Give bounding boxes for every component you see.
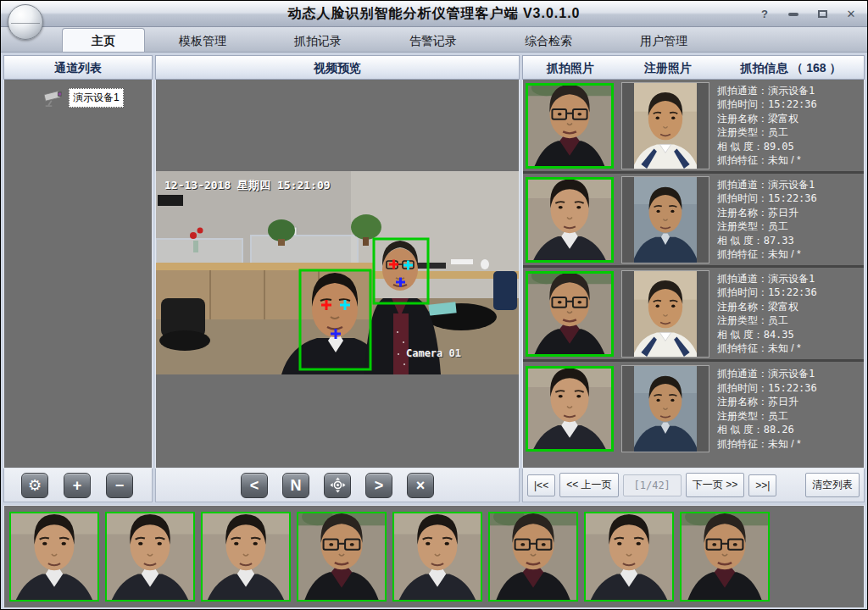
header-register-photo: 注册照片 xyxy=(618,56,718,79)
video-frame: 12-13-2018 星期四 15:21:09 Camera 01 xyxy=(156,171,519,374)
tab-capture-records[interactable]: 抓拍记录 xyxy=(260,30,376,52)
video-preview-area: 12-13-2018 星期四 15:21:09 Camera 01 xyxy=(155,80,520,469)
video-osd-datetime: 12-13-2018 星期四 15:21:09 xyxy=(164,178,331,193)
minimize-icon xyxy=(788,13,798,16)
channel-panel-header: 通道列表 xyxy=(3,55,153,80)
register-photo xyxy=(621,365,709,452)
next-channel-button[interactable]: > xyxy=(365,473,392,498)
plus-icon: + xyxy=(73,478,82,493)
face-thumbnail[interactable] xyxy=(392,512,482,602)
minimize-button[interactable] xyxy=(786,8,801,21)
capture-record-row[interactable]: 抓拍通道：演示设备1 抓拍时间：15:22:36 注册名称：梁富权 注册类型：员… xyxy=(523,268,864,362)
capture-info: 抓拍通道：演示设备1 抓拍时间：15:22:36 注册名称：苏日升 注册类型：员… xyxy=(717,367,817,451)
capture-record-row[interactable]: 抓拍通道：演示设备1 抓拍时间：15:22:36 注册名称：苏日升 注册类型：员… xyxy=(523,174,864,268)
clear-list-button[interactable]: 清空列表 xyxy=(805,473,860,497)
video-panel: 视频预览 xyxy=(155,55,520,502)
tab-template-management[interactable]: 模板管理 xyxy=(145,30,260,52)
face-thumbnail[interactable] xyxy=(584,512,674,602)
capture-photo xyxy=(526,177,614,263)
face-thumbnail[interactable] xyxy=(297,512,387,602)
capture-photo xyxy=(526,271,614,357)
capture-photo xyxy=(526,83,614,169)
channel-item-label: 演示设备1 xyxy=(69,88,124,108)
capture-record-row[interactable]: 抓拍通道：演示设备1 抓拍时间：15:22:36 注册名称：梁富权 注册类型：员… xyxy=(523,80,864,174)
previous-page-button[interactable]: << 上一页 xyxy=(559,473,618,497)
gear-icon: ⚙ xyxy=(28,478,42,493)
window-controls: ? ✕ xyxy=(757,1,859,27)
capture-panel: 抓拍照片 注册照片 抓拍信息 （ 168 ） 抓拍通道：演示设备1 抓拍时间：1… xyxy=(522,55,865,502)
last-page-button[interactable]: >>| xyxy=(748,474,776,496)
face-thumbnail[interactable] xyxy=(488,512,578,602)
n-label: N xyxy=(291,478,302,493)
close-video-button[interactable]: × xyxy=(407,473,434,498)
tab-comprehensive-search[interactable]: 综合检索 xyxy=(491,30,606,52)
remove-channel-button[interactable]: − xyxy=(106,473,133,498)
minus-icon: − xyxy=(115,478,125,493)
tab-user-management[interactable]: 用户管理 xyxy=(606,30,721,52)
capture-record-list: 抓拍通道：演示设备1 抓拍时间：15:22:36 注册名称：梁富权 注册类型：员… xyxy=(522,80,865,469)
app-logo-orb[interactable] xyxy=(8,4,43,40)
face-thumbnail[interactable] xyxy=(680,512,770,602)
chevron-left-icon: < xyxy=(250,478,259,493)
capture-info: 抓拍通道：演示设备1 抓拍时间：15:22:36 注册名称：梁富权 注册类型：员… xyxy=(717,272,817,356)
video-toolbar: < N > × xyxy=(155,469,520,502)
capture-info: 抓拍通道：演示设备1 抓拍时间：15:22:36 注册名称：梁富权 注册类型：员… xyxy=(717,84,817,168)
title-bar: 动态人脸识别智能分析仪管理客户端 V3.0.1.0 ? ✕ xyxy=(1,1,867,27)
capture-panel-header: 抓拍照片 注册照片 抓拍信息 （ 168 ） xyxy=(522,55,865,80)
page-indicator: [1/42] xyxy=(623,474,682,496)
face-thumbnail[interactable] xyxy=(9,512,99,602)
recent-captures-strip xyxy=(3,505,865,608)
window-title: 动态人脸识别智能分析仪管理客户端 V3.0.1.0 xyxy=(287,5,580,23)
register-photo xyxy=(621,82,709,169)
video-camera-label: Camera 01 xyxy=(406,347,461,359)
first-page-button[interactable]: |<< xyxy=(527,474,555,496)
camera-icon xyxy=(43,89,65,108)
close-button[interactable]: ✕ xyxy=(843,8,859,21)
n-mode-button[interactable]: N xyxy=(282,473,309,498)
tab-alarm-records[interactable]: 告警记录 xyxy=(376,30,491,52)
capture-record-row[interactable]: 抓拍通道：演示设备1 抓拍时间：15:22:36 注册名称：苏日升 注册类型：员… xyxy=(523,362,864,456)
maximize-button[interactable] xyxy=(815,8,830,21)
channel-toolbar: ⚙ + − xyxy=(3,469,153,502)
add-channel-button[interactable]: + xyxy=(64,473,91,498)
settings-button[interactable]: ⚙ xyxy=(21,473,48,498)
capture-photo xyxy=(526,366,614,452)
next-page-button[interactable]: 下一页 >> xyxy=(686,473,744,497)
capture-info: 抓拍通道：演示设备1 抓拍时间：15:22:36 注册名称：苏日升 注册类型：员… xyxy=(717,178,817,262)
video-panel-header: 视频预览 xyxy=(155,55,520,80)
tab-bar: 主页 模板管理 抓拍记录 告警记录 综合检索 用户管理 xyxy=(1,27,867,53)
main-area: 通道列表 演示设备1 ⚙ + − xyxy=(3,55,865,502)
header-capture-photo: 抓拍照片 xyxy=(523,56,618,79)
ptz-button[interactable] xyxy=(324,473,351,498)
previous-channel-button[interactable]: < xyxy=(241,473,268,498)
maximize-icon xyxy=(818,10,827,18)
ptz-pan-icon xyxy=(330,477,346,493)
register-photo xyxy=(621,270,709,358)
header-capture-info: 抓拍信息 （ 168 ） xyxy=(718,56,864,79)
face-thumbnail[interactable] xyxy=(105,512,195,602)
channel-item-demo-device[interactable]: 演示设备1 xyxy=(4,80,152,108)
app-window: 动态人脸识别智能分析仪管理客户端 V3.0.1.0 ? ✕ 主页 模板管理 抓拍… xyxy=(0,0,868,610)
close-icon: × xyxy=(416,478,426,493)
channel-panel: 通道列表 演示设备1 ⚙ + − xyxy=(3,55,153,502)
tab-home[interactable]: 主页 xyxy=(62,28,145,52)
video-scene xyxy=(156,171,519,374)
chevron-right-icon: > xyxy=(375,478,384,493)
face-thumbnail[interactable] xyxy=(201,512,291,602)
channel-list: 演示设备1 xyxy=(3,80,153,469)
help-button[interactable]: ? xyxy=(757,8,772,21)
register-photo xyxy=(621,176,709,263)
pagination-bar: |<< << 上一页 [1/42] 下一页 >> >>| 清空列表 xyxy=(522,469,865,502)
